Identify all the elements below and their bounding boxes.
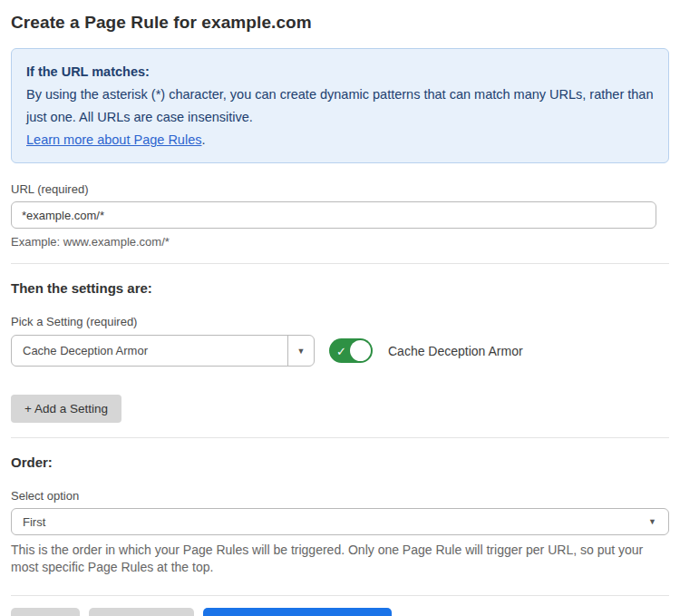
- order-helper-text: This is the order in which your Page Rul…: [11, 542, 656, 576]
- cache-deception-armor-toggle[interactable]: ✓: [329, 338, 373, 363]
- footer-divider: [11, 595, 669, 596]
- url-input[interactable]: [11, 201, 656, 229]
- url-match-info-box: If the URL matches: By using the asteris…: [11, 48, 669, 163]
- toggle-label: Cache Deception Armor: [388, 344, 523, 358]
- check-icon: ✓: [336, 345, 346, 357]
- save-and-deploy-button[interactable]: Save and Deploy Page Rule: [203, 608, 392, 616]
- setting-select-caret-button[interactable]: ▼: [287, 336, 314, 366]
- info-box-body: By using the asterisk (*) character, you…: [26, 83, 654, 129]
- chevron-down-icon: ▼: [648, 517, 668, 526]
- setting-row: Cache Deception Armor ▼ ✓ Cache Deceptio…: [11, 335, 669, 367]
- footer-actions: Cancel Save as Draft Save and Deploy Pag…: [11, 608, 669, 616]
- add-setting-button[interactable]: + Add a Setting: [11, 395, 121, 423]
- url-field-label: URL (required): [11, 182, 669, 196]
- order-select-value: First: [12, 515, 648, 529]
- create-page-rule-form: Create a Page Rule for example.com If th…: [0, 0, 680, 616]
- save-as-draft-button[interactable]: Save as Draft: [89, 608, 195, 616]
- page-title: Create a Page Rule for example.com: [11, 13, 669, 33]
- setting-select-value: Cache Deception Armor: [12, 344, 287, 357]
- section-divider: [11, 263, 669, 264]
- toggle-knob: [350, 340, 371, 361]
- info-box-link-line: Learn more about Page Rules.: [26, 129, 654, 152]
- pick-setting-label: Pick a Setting (required): [11, 315, 669, 328]
- setting-select[interactable]: Cache Deception Armor ▼: [11, 335, 315, 367]
- learn-more-link[interactable]: Learn more about Page Rules: [26, 132, 201, 147]
- settings-section-heading: Then the settings are:: [11, 280, 669, 296]
- order-select[interactable]: First ▼: [11, 508, 669, 535]
- link-suffix: .: [201, 132, 205, 147]
- order-section-heading: Order:: [11, 455, 669, 470]
- info-box-heading: If the URL matches:: [26, 61, 654, 83]
- url-helper-text: Example: www.example.com/*: [11, 235, 669, 249]
- chevron-down-icon: ▼: [297, 347, 306, 356]
- section-divider: [11, 437, 669, 438]
- order-select-label: Select option: [11, 489, 669, 503]
- cancel-button[interactable]: Cancel: [11, 608, 80, 616]
